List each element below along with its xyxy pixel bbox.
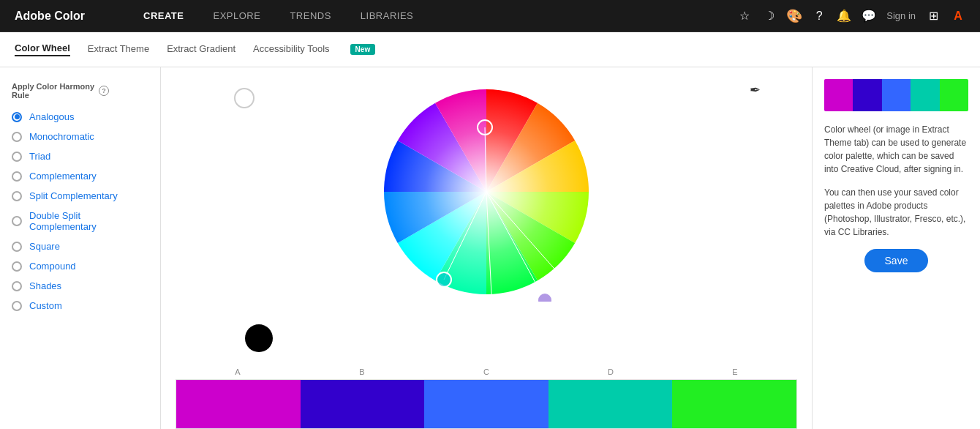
rule-square-label: Square xyxy=(29,241,60,252)
swatch-label-a: A xyxy=(176,368,300,376)
tab-extract-theme[interactable]: Extract Theme xyxy=(88,43,149,56)
rule-compound[interactable]: Compound xyxy=(12,261,148,272)
description-1: Color wheel (or image in Extract Theme t… xyxy=(824,123,968,176)
empty-color-circle[interactable] xyxy=(234,88,255,108)
bell-icon[interactable]: 🔔 xyxy=(837,9,851,23)
radio-compound[interactable] xyxy=(12,261,22,272)
harmony-subtitle: Rule xyxy=(12,91,29,100)
rule-compound-label: Compound xyxy=(29,261,76,272)
adobe-icon[interactable]: A xyxy=(951,9,965,23)
color-wheel-wrapper xyxy=(377,82,596,305)
tab-color-wheel[interactable]: Color Wheel xyxy=(15,42,70,56)
radio-split-complementary[interactable] xyxy=(12,191,22,201)
swatch-c[interactable] xyxy=(424,380,549,428)
app-logo: Adobe Color xyxy=(15,10,85,23)
radio-monochromatic[interactable] xyxy=(12,132,22,142)
harmony-panel: Apply Color Harmony Rule ? Analogous Mon… xyxy=(0,67,161,429)
palette-swatch-4 xyxy=(911,79,939,111)
top-navigation: Adobe Color CREATE EXPLORE TRENDS LIBRAR… xyxy=(0,0,980,32)
rule-monochromatic[interactable]: Monochromatic xyxy=(12,131,148,142)
main-layout: Color Wheel Extract Theme Extract Gradie… xyxy=(0,32,980,429)
harmony-title: Apply Color Harmony xyxy=(12,82,94,91)
swatch-label-e: E xyxy=(673,368,797,376)
sign-in-link[interactable]: Sign in xyxy=(886,10,916,21)
radio-custom[interactable] xyxy=(12,301,22,311)
tab-extract-gradient[interactable]: Extract Gradient xyxy=(167,43,235,56)
rule-double-split-label: Double Split Complementary xyxy=(29,210,148,232)
wheel-handle-cyan[interactable] xyxy=(437,272,451,287)
rule-analogous[interactable]: Analogous xyxy=(12,111,148,122)
rule-double-split[interactable]: Double Split Complementary xyxy=(12,210,148,232)
save-button[interactable]: Save xyxy=(864,249,929,272)
color-wheel-icon[interactable]: 🎨 xyxy=(787,9,802,23)
tab-bar: Color Wheel Extract Theme Extract Gradie… xyxy=(0,32,980,67)
swatches-section: A B C D E xyxy=(161,368,812,429)
rule-split-complementary-label: Split Complementary xyxy=(29,190,118,201)
rule-triad-label: Triad xyxy=(29,151,50,162)
grid-icon[interactable]: ⊞ xyxy=(926,9,941,23)
rule-triad[interactable]: Triad xyxy=(12,151,148,162)
swatch-e[interactable] xyxy=(672,380,796,428)
palette-swatch-5 xyxy=(940,79,968,111)
nav-libraries[interactable]: LIBRARIES xyxy=(361,10,413,21)
nav-create[interactable]: CREATE xyxy=(143,10,184,21)
rule-custom[interactable]: Custom xyxy=(12,300,148,311)
swatch-label-c: C xyxy=(424,368,549,376)
rule-square[interactable]: Square xyxy=(12,241,148,252)
nav-explore[interactable]: EXPLORE xyxy=(213,10,260,21)
swatch-label-b: B xyxy=(300,368,424,376)
description-2: You can then use your saved color palett… xyxy=(824,186,968,239)
palette-preview xyxy=(824,79,968,111)
harmony-help-icon[interactable]: ? xyxy=(99,86,109,96)
wheel-section: ✒ xyxy=(161,67,812,429)
palette-swatch-2 xyxy=(853,79,881,111)
swatch-d[interactable] xyxy=(549,380,673,428)
swatch-label-d: D xyxy=(549,368,673,376)
rule-shades-label: Shades xyxy=(29,280,61,291)
swatch-labels-row: A B C D E xyxy=(161,368,812,376)
rule-custom-label: Custom xyxy=(29,300,62,311)
rule-analogous-label: Analogous xyxy=(29,111,74,122)
color-wheel-svg xyxy=(377,82,596,302)
radio-square[interactable] xyxy=(12,242,22,252)
help-icon[interactable]: ? xyxy=(812,9,826,23)
swatches-row xyxy=(176,379,797,429)
nav-items: CREATE EXPLORE TRENDS LIBRARIES xyxy=(143,10,737,21)
star-icon[interactable]: ☆ xyxy=(737,9,752,23)
right-panel: Color wheel (or image in Extract Theme t… xyxy=(812,67,980,429)
palette-swatch-3 xyxy=(882,79,911,111)
chat-icon[interactable]: 💬 xyxy=(862,9,876,23)
rule-split-complementary[interactable]: Split Complementary xyxy=(12,190,148,201)
black-color-dot[interactable] xyxy=(245,324,273,352)
radio-complementary[interactable] xyxy=(12,171,22,182)
rule-complementary[interactable]: Complementary xyxy=(12,171,148,182)
nav-trends[interactable]: TRENDS xyxy=(290,10,331,21)
moon-icon[interactable]: ☽ xyxy=(762,9,777,23)
radio-analogous[interactable] xyxy=(12,112,22,122)
rule-complementary-label: Complementary xyxy=(29,171,97,182)
radio-triad[interactable] xyxy=(12,152,22,162)
content-area: Apply Color Harmony Rule ? Analogous Mon… xyxy=(0,67,980,429)
tab-accessibility-tools[interactable]: Accessibility Tools xyxy=(253,43,330,56)
radio-double-split[interactable] xyxy=(12,216,22,226)
new-badge: New xyxy=(350,44,376,55)
eyedropper-button[interactable]: ✒ xyxy=(750,82,761,98)
swatch-b[interactable] xyxy=(301,380,425,428)
swatch-a[interactable] xyxy=(176,380,301,428)
rule-monochromatic-label: Monochromatic xyxy=(29,131,94,142)
palette-swatch-1 xyxy=(824,79,853,111)
nav-right: ☆ ☽ 🎨 ? 🔔 💬 Sign in ⊞ A xyxy=(737,9,965,23)
rule-shades[interactable]: Shades xyxy=(12,280,148,291)
harmony-label: Apply Color Harmony Rule ? xyxy=(12,82,148,100)
radio-shades[interactable] xyxy=(12,281,22,291)
wheel-handle-purple[interactable] xyxy=(538,293,552,302)
